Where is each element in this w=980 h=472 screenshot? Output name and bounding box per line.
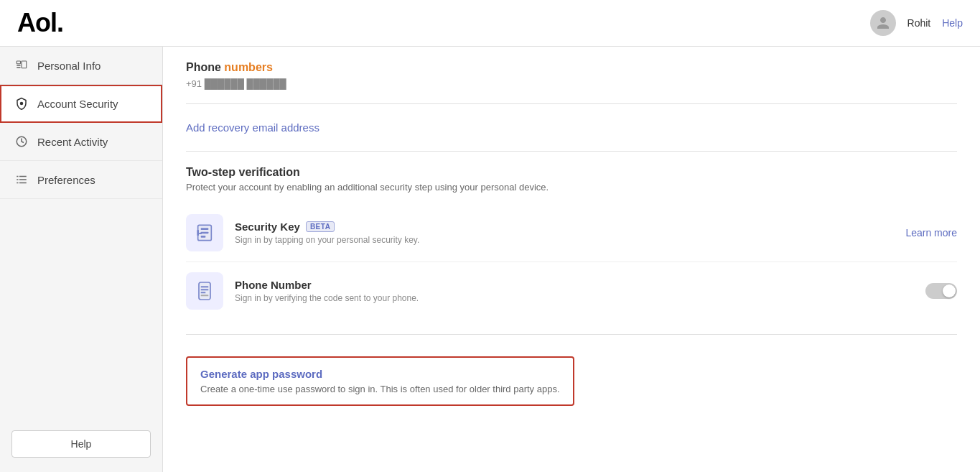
svg-rect-8 — [17, 179, 18, 180]
header-help-link[interactable]: Help — [942, 17, 963, 29]
svg-rect-22 — [201, 295, 209, 296]
security-key-item: Security Key BETA Sign in by tapping on … — [186, 204, 957, 262]
phone-numbers-section: Phone numbers +91 ██████ ██████ — [186, 47, 957, 104]
aol-logo: Aol. — [17, 8, 63, 38]
svg-rect-17 — [199, 233, 202, 234]
phone-numbers-title: Phone numbers — [186, 61, 957, 74]
two-step-description: Protect your account by enabling an addi… — [186, 182, 957, 193]
svg-rect-11 — [19, 182, 27, 184]
beta-badge: BETA — [306, 221, 335, 232]
security-key-text: Security Key BETA Sign in by tapping on … — [235, 221, 894, 245]
svg-rect-15 — [201, 236, 206, 238]
two-step-title: Two-step verification — [186, 166, 957, 179]
shield-icon — [14, 96, 29, 111]
svg-rect-14 — [201, 232, 209, 234]
sidebar-recent-activity-label: Recent Activity — [37, 136, 108, 148]
phone-number-name: Phone Number — [235, 279, 914, 291]
app-password-section: Generate app password Create a one-time … — [186, 335, 957, 420]
main-layout: Personal Info Account Security — [0, 47, 980, 472]
phone-number-item: Phone Number Sign in by verifying the co… — [186, 262, 957, 320]
security-key-icon — [186, 214, 223, 251]
app-password-box: Generate app password Create a one-time … — [186, 356, 574, 406]
sidebar-item-account-security[interactable]: Account Security — [0, 85, 162, 123]
clock-icon — [14, 134, 29, 149]
app-password-title[interactable]: Generate app password — [200, 368, 560, 380]
sidebar-personal-info-label: Personal Info — [37, 60, 101, 72]
sidebar-nav: Personal Info Account Security — [0, 47, 162, 416]
svg-rect-7 — [19, 176, 27, 177]
two-step-verification-section: Two-step verification Protect your accou… — [186, 152, 957, 335]
svg-rect-20 — [201, 289, 209, 290]
phone-number-icon — [186, 272, 223, 310]
sidebar-item-preferences[interactable]: Preferences — [0, 161, 162, 199]
svg-rect-3 — [22, 61, 27, 68]
toggle-knob — [943, 284, 956, 297]
sidebar: Personal Info Account Security — [0, 47, 163, 472]
security-key-name: Security Key BETA — [235, 221, 894, 233]
svg-rect-21 — [201, 292, 206, 293]
sidebar-account-security-label: Account Security — [37, 98, 118, 110]
security-key-desc: Sign in by tapping on your personal secu… — [235, 235, 894, 245]
svg-rect-10 — [17, 182, 18, 184]
phone-number-toggle[interactable] — [925, 283, 957, 299]
add-recovery-email-link[interactable]: Add recovery email address — [186, 119, 957, 136]
sidebar-preferences-label: Preferences — [37, 174, 95, 186]
sidebar-help-button[interactable]: Help — [11, 430, 151, 458]
sidebar-item-recent-activity[interactable]: Recent Activity — [0, 123, 162, 161]
phone-value: +91 ██████ ██████ — [186, 78, 957, 89]
svg-rect-19 — [201, 286, 209, 287]
learn-more-link[interactable]: Learn more — [905, 227, 957, 239]
svg-rect-9 — [19, 179, 27, 180]
header: Aol. Rohit Help — [0, 0, 980, 47]
header-right: Rohit Help — [870, 10, 963, 36]
svg-rect-2 — [17, 67, 20, 68]
svg-rect-18 — [199, 282, 210, 300]
list-icon — [14, 172, 29, 187]
username-label: Rohit — [907, 17, 931, 29]
svg-rect-1 — [17, 65, 20, 66]
svg-point-4 — [20, 102, 24, 106]
svg-rect-13 — [201, 228, 209, 230]
phone-number-text: Phone Number Sign in by verifying the co… — [235, 279, 914, 303]
user-avatar — [870, 10, 896, 36]
sidebar-item-personal-info[interactable]: Personal Info — [0, 47, 162, 85]
app-password-desc: Create a one-time use password to sign i… — [200, 384, 560, 394]
svg-rect-6 — [17, 176, 18, 177]
recovery-email-section: Add recovery email address — [186, 104, 957, 152]
main-content: Phone numbers +91 ██████ ██████ Add reco… — [163, 47, 980, 472]
person-icon — [14, 58, 29, 73]
svg-rect-16 — [197, 230, 199, 236]
phone-number-desc: Sign in by verifying the code sent to yo… — [235, 293, 914, 303]
svg-rect-0 — [17, 61, 20, 64]
